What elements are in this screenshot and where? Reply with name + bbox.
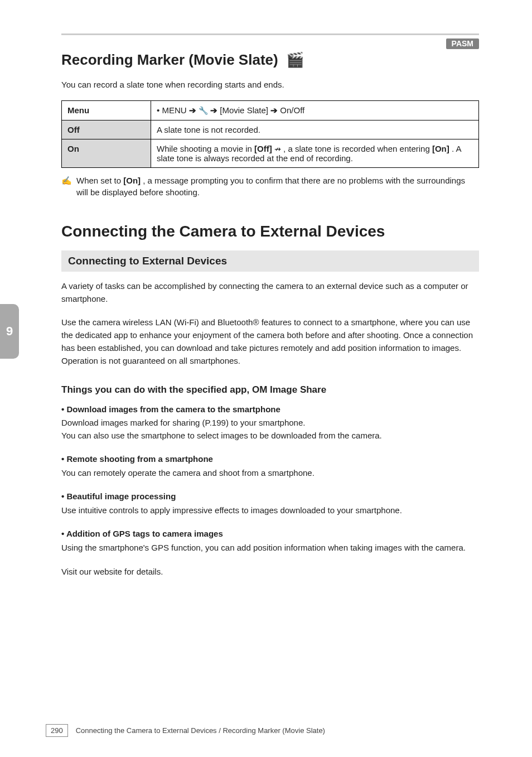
bold: [Off]	[254, 144, 272, 153]
feature-desc: You can remotely operate the camera and …	[61, 468, 315, 478]
menu-path-cell: • MENU ➔ 🔧 ➔ [Movie Slate] ➔ On/Off	[151, 101, 479, 120]
bold: [On]	[432, 144, 449, 153]
section-title-text: Recording Marker (Movie Slate)	[61, 51, 278, 69]
text: When set to	[76, 176, 123, 185]
list-item: Addition of GPS tags to camera images Us…	[61, 528, 479, 554]
text: Use the camera wireless LAN (Wi-Fi) and …	[61, 317, 473, 353]
option-on-head: On	[62, 139, 151, 168]
movie-slate-icon: 🎬	[286, 51, 304, 69]
hint: ✍ When set to [On] , a message prompting…	[61, 175, 479, 198]
feature-name: Beautiful image processing	[61, 490, 479, 503]
table-row: Menu • MENU ➔ 🔧 ➔ [Movie Slate] ➔ On/Off	[62, 101, 479, 120]
menu-label-cell: Menu	[62, 101, 151, 120]
intro-text: You can record a slate tone when recordi…	[61, 79, 479, 90]
option-on-desc: While shooting a movie in [Off] ↛ , a sl…	[151, 139, 479, 168]
section-title: Recording Marker (Movie Slate) 🎬	[61, 51, 479, 69]
path-seg: • MENU	[157, 105, 189, 115]
option-off-head: Off	[62, 120, 151, 139]
feature-name: Download images from the camera to the s…	[61, 403, 479, 416]
mode-badge: PASM	[446, 38, 479, 49]
para-2: Use the camera wireless LAN (Wi-Fi) and …	[61, 316, 479, 368]
heading-connecting: Connecting the Camera to External Device…	[61, 223, 479, 240]
list-item: Download images from the camera to the s…	[61, 403, 479, 442]
para-1: A variety of tasks can be accomplished b…	[61, 279, 479, 306]
hint-icon: ✍	[61, 175, 72, 198]
text: Operation is not guaranteed on all smart…	[61, 356, 240, 365]
page-number: 290	[46, 724, 68, 737]
feature-desc: Download images marked for sharing (P.19…	[61, 418, 305, 427]
header-row: PASM	[61, 38, 479, 49]
list-item: Remote shooting from a smartphone You ca…	[61, 453, 479, 479]
bold: [On]	[123, 176, 141, 185]
divider	[61, 33, 479, 35]
breadcrumb: Connecting the Camera to External Device…	[76, 726, 479, 735]
settings-table: Menu • MENU ➔ 🔧 ➔ [Movie Slate] ➔ On/Off…	[61, 100, 479, 168]
arrow-right-icon: ➔	[210, 105, 217, 115]
feature-list: Download images from the camera to the s…	[61, 403, 479, 555]
footer: 290 Connecting the Camera to External De…	[0, 724, 532, 737]
feature-desc: Use intuitive controls to apply impressi…	[61, 505, 402, 515]
page: PASM Recording Marker (Movie Slate) 🎬 Yo…	[0, 0, 532, 757]
visit-text: Visit our website for details.	[61, 565, 479, 578]
chapter-number: 9	[6, 324, 13, 339]
path-seg: [Movie Slate]	[220, 105, 270, 115]
path-seg: On/Off	[280, 105, 304, 115]
text: While shooting a movie in	[157, 144, 254, 153]
subheading-bar: Connecting to External Devices	[61, 250, 479, 272]
arrow-right-icon: ➔	[270, 105, 278, 115]
hint-text: When set to [On] , a message prompting y…	[76, 175, 479, 198]
option-off-desc: A slate tone is not recorded.	[151, 120, 479, 139]
feature-desc-2: You can also use the smartphone to selec…	[61, 431, 382, 440]
feature-name: Addition of GPS tags to camera images	[61, 528, 479, 541]
arrow-right-icon: ➔	[189, 105, 196, 115]
text: , a slate tone is recorded when entering	[283, 144, 432, 153]
feature-desc: Using the smartphone's GPS function, you…	[61, 543, 466, 552]
wrench-icon: 🔧	[199, 106, 208, 115]
feature-name: Remote shooting from a smartphone	[61, 453, 479, 466]
table-row: Off A slate tone is not recorded.	[62, 120, 479, 139]
chapter-tab: 9	[0, 304, 19, 359]
heading-app-features: Things you can do with the specified app…	[61, 384, 479, 396]
table-row: On While shooting a movie in [Off] ↛ , a…	[62, 139, 479, 168]
rec-icon: ↛	[274, 144, 281, 153]
list-item: Beautiful image processing Use intuitive…	[61, 490, 479, 517]
